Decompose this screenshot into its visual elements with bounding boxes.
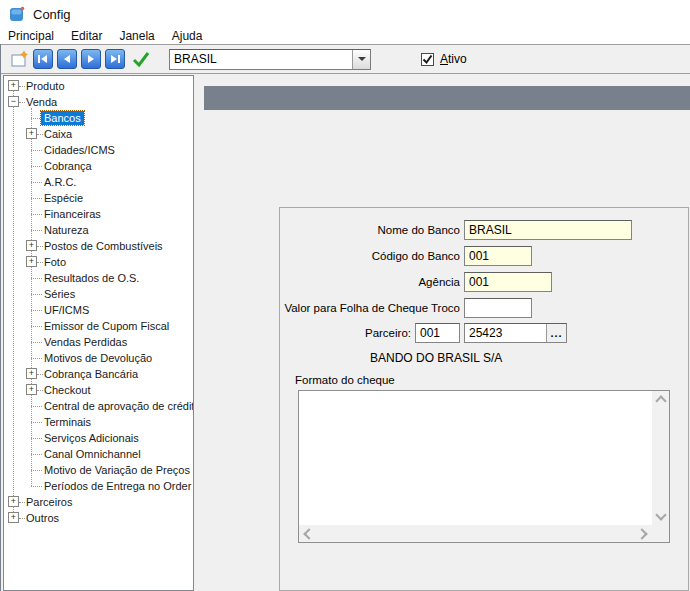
input-codigo-do-banco[interactable]	[464, 246, 532, 266]
parceiro-code-input[interactable]	[415, 323, 460, 343]
tree-item-label[interactable]: Resultados de O.S.	[41, 271, 142, 285]
config-tree[interactable]: +Produto−VendaBancos+CaixaCidades/ICMSCo…	[3, 75, 194, 591]
scroll-left-icon[interactable]	[303, 528, 314, 539]
tree-item-label[interactable]: Motivo de Variação de Preços	[41, 463, 193, 477]
tree-item-label[interactable]: Terminais	[41, 415, 94, 429]
tree-item-label[interactable]: Motivos de Devolução	[41, 351, 155, 365]
tree-item-label[interactable]: Parceiros	[23, 495, 75, 509]
tree-item-label[interactable]: Períodos de Entrega no Order	[41, 479, 194, 493]
tree-item-emissor-de-cupom-fiscal[interactable]: Emissor de Cupom Fiscal	[4, 318, 193, 334]
tree-item-cobranca-bancaria[interactable]: +Cobrança Bancária	[4, 366, 193, 382]
last-record-button[interactable]	[105, 49, 125, 69]
tree-item-venda[interactable]: −Venda	[4, 94, 193, 110]
prior-record-button[interactable]	[57, 49, 77, 69]
collapse-icon[interactable]: −	[8, 96, 19, 107]
tree-item-label[interactable]: Bancos	[41, 111, 84, 125]
tree-item-servicos-adicionais[interactable]: Serviços Adicionais	[4, 430, 193, 446]
scroll-up-icon[interactable]	[655, 395, 666, 406]
input-agencia[interactable]	[464, 272, 552, 292]
tree-item-financeiras[interactable]: Financeiras	[4, 206, 193, 222]
tree-item-label[interactable]: Cidades/ICMS	[41, 143, 118, 157]
menu-ajuda[interactable]: Ajuda	[172, 29, 203, 43]
tree-item-label[interactable]: Cobrança Bancária	[41, 367, 141, 381]
menu-janela[interactable]: Janela	[119, 29, 154, 43]
tree-item-label[interactable]: Vendas Perdidas	[41, 335, 130, 349]
tree-item-vendas-perdidas[interactable]: Vendas Perdidas	[4, 334, 193, 350]
tree-item-label[interactable]: Serviços Adicionais	[41, 431, 142, 445]
menu-principal[interactable]: Principal	[8, 29, 54, 43]
expand-icon[interactable]: +	[26, 256, 37, 267]
expand-icon[interactable]: +	[26, 384, 37, 395]
tree-item-label[interactable]: Cobrança	[41, 159, 95, 173]
parceiro-id-input[interactable]	[465, 324, 546, 342]
tree-item-periodos-de-entrega-no-order[interactable]: Períodos de Entrega no Order	[4, 478, 193, 494]
expand-icon[interactable]: +	[8, 512, 19, 523]
tree-item-resultados-de-o-s[interactable]: Resultados de O.S.	[4, 270, 193, 286]
tree-item-cobranca[interactable]: Cobrança	[4, 158, 193, 174]
parceiro-lookup-field[interactable]: ...	[464, 323, 567, 343]
tree-item-label[interactable]: Espécie	[41, 191, 86, 205]
new-record-button[interactable]	[9, 49, 29, 69]
tree-item-motivo-de-variacao-de-precos[interactable]: Motivo de Variação de Preços	[4, 462, 193, 478]
tree-item-label[interactable]: Natureza	[41, 223, 92, 237]
confirm-button[interactable]	[131, 49, 151, 69]
next-record-button[interactable]	[81, 49, 101, 69]
tree-item-a-r-c[interactable]: A.R.C.	[4, 174, 193, 190]
scroll-right-icon[interactable]	[636, 528, 647, 539]
cheque-format-textarea[interactable]	[299, 391, 652, 525]
tree-item-uf-icms[interactable]: UF/ICMS	[4, 302, 193, 318]
tree-item-label[interactable]: UF/ICMS	[41, 303, 92, 317]
first-record-button[interactable]	[33, 49, 53, 69]
parceiro-lookup-button[interactable]: ...	[546, 324, 566, 342]
tree-item-foto[interactable]: +Foto	[4, 254, 193, 270]
input-nome-do-banco[interactable]	[464, 220, 632, 240]
tree-item-label[interactable]: Emissor de Cupom Fiscal	[41, 319, 172, 333]
tree-item-natureza[interactable]: Natureza	[4, 222, 193, 238]
expand-icon[interactable]: +	[8, 496, 19, 507]
tree-item-parceiros[interactable]: +Parceiros	[4, 494, 193, 510]
tree-item-canal-omnichannel[interactable]: Canal Omnichannel	[4, 446, 193, 462]
tree-item-motivos-de-devolucao[interactable]: Motivos de Devolução	[4, 350, 193, 366]
tree-item-outros[interactable]: +Outros	[4, 510, 193, 526]
record-combobox-input[interactable]	[170, 50, 352, 69]
input-valor-para-folha-de-cheque-troco[interactable]	[464, 298, 532, 318]
tree-item-label[interactable]: Postos de Combustíveis	[41, 239, 166, 253]
combobox-dropdown-button[interactable]	[352, 50, 370, 69]
tree-item-label[interactable]: Financeiras	[41, 207, 104, 221]
vertical-scrollbar[interactable]	[652, 391, 669, 525]
tree-item-label[interactable]: A.R.C.	[41, 175, 79, 189]
tree-item-cidades-icms[interactable]: Cidades/ICMS	[4, 142, 193, 158]
tree-item-especie[interactable]: Espécie	[4, 190, 193, 206]
tree-item-series[interactable]: Séries	[4, 286, 193, 302]
tree-item-central-de-aprovacao-de-credito[interactable]: Central de aprovação de crédito	[4, 398, 193, 414]
field-row-nome-do-banco: Nome do Banco	[280, 220, 632, 240]
expand-icon[interactable]: +	[26, 128, 37, 139]
tree-item-label[interactable]: Séries	[41, 287, 78, 301]
expand-icon[interactable]: +	[26, 240, 37, 251]
config-window: Config Principal Editar Janela Ajuda	[0, 0, 690, 591]
tree-item-label[interactable]: Caixa	[41, 127, 75, 141]
menu-editar[interactable]: Editar	[71, 29, 102, 43]
tree-item-caixa[interactable]: +Caixa	[4, 126, 193, 142]
tree-item-label[interactable]: Canal Omnichannel	[41, 447, 144, 461]
tree-item-postos-de-combustiveis[interactable]: +Postos de Combustíveis	[4, 238, 193, 254]
tree-item-bancos[interactable]: Bancos	[4, 110, 193, 126]
ativo-checkbox[interactable]	[421, 53, 434, 66]
tree-item-terminais[interactable]: Terminais	[4, 414, 193, 430]
tree-item-label[interactable]: Venda	[23, 95, 60, 109]
tree-item-produto[interactable]: +Produto	[4, 78, 193, 94]
tree-item-checkout[interactable]: +Checkout	[4, 382, 193, 398]
scroll-down-icon[interactable]	[655, 509, 666, 520]
expand-icon[interactable]: +	[8, 80, 19, 91]
tree-item-label[interactable]: Checkout	[41, 383, 93, 397]
tree-item-label[interactable]: Outros	[23, 511, 62, 525]
tree-item-label[interactable]: Produto	[23, 79, 68, 93]
expand-icon[interactable]: +	[26, 368, 37, 379]
ativo-label[interactable]: Ativo	[440, 52, 467, 66]
record-combobox[interactable]	[169, 49, 371, 70]
field-label-valor-para-folha-de-cheque-troco: Valor para Folha de Cheque Troco	[280, 302, 460, 314]
ativo-checkbox-group[interactable]: Ativo	[421, 52, 467, 66]
tree-item-label[interactable]: Foto	[41, 255, 69, 269]
tree-item-label[interactable]: Central de aprovação de crédito	[41, 399, 194, 413]
horizontal-scrollbar[interactable]	[299, 525, 652, 542]
